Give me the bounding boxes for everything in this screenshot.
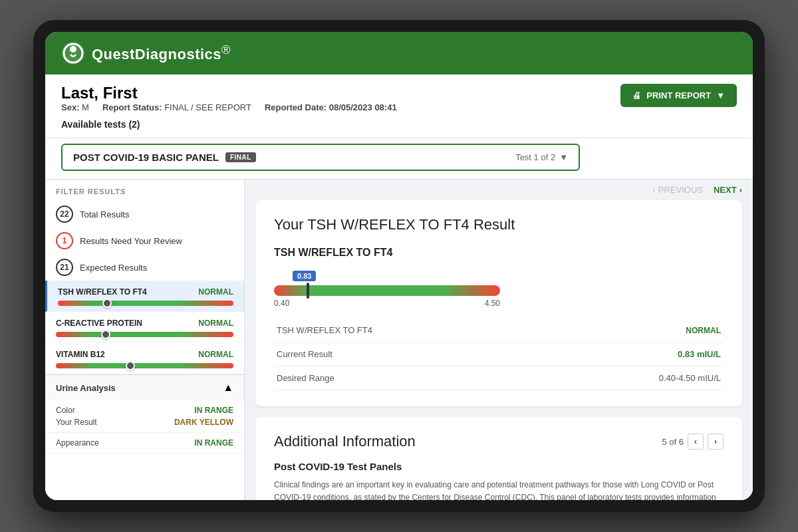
filter-expected[interactable]: 21 Expected Results — [45, 254, 244, 281]
vitb12-name: VITAMIN B12 — [56, 350, 105, 359]
quest-logo-icon — [61, 41, 85, 65]
prev-page-button[interactable]: ‹ — [688, 434, 704, 450]
tsh-slider-dot — [102, 299, 112, 308]
section-title: Post COVID-19 Test Panels — [274, 461, 724, 472]
next-button[interactable]: NEXT › — [714, 185, 742, 195]
svg-point-0 — [62, 42, 84, 65]
test-item-crp[interactable]: C-REACTIVE PROTEIN NORMAL — [45, 312, 244, 343]
chevron-right-icon: › — [739, 185, 742, 195]
panel-selector: POST COVID-19 BASIC PANEL FINAL Test 1 o… — [45, 138, 753, 180]
patient-info: Last, First Sex: M Report Status: FINAL … — [61, 84, 397, 130]
result-status: NORMAL — [686, 326, 721, 335]
panel-dropdown[interactable]: POST COVID-19 BASIC PANEL FINAL Test 1 o… — [61, 144, 580, 171]
report-date: Reported Date: 08/05/2023 08:41 — [265, 102, 397, 112]
vitb12-status: NORMAL — [198, 350, 233, 359]
chevron-left-icon: ‹ — [652, 185, 655, 195]
vitb12-slider-dot — [126, 361, 135, 370]
current-result-value: 0.83 mIU/L — [678, 349, 721, 359]
crp-slider-dot — [101, 330, 110, 339]
logo-text: QuestDiagnostics® — [92, 43, 231, 63]
review-label: Results Need Your Review — [80, 236, 182, 246]
crp-name: C-REACTIVE PROTEIN — [56, 319, 142, 328]
chevron-up-icon: ▲ — [223, 382, 233, 394]
desired-range-row: Desired Range 0.40-4.50 mIU/L — [274, 366, 724, 390]
result-test-name: TSH W/REFLEX TO FT4 — [274, 247, 724, 259]
range-labels: 0.40 4.50 — [274, 299, 500, 308]
content-area: Last, First Sex: M Report Status: FINAL … — [45, 74, 753, 500]
section-description: Clinical findings are an important key i… — [274, 479, 724, 500]
tsh-slider-track — [58, 301, 233, 306]
filter-total[interactable]: 22 Total Results — [45, 201, 244, 227]
range-low: 0.40 — [274, 299, 289, 308]
current-result-row: Current Result 0.83 mIU/L — [274, 342, 724, 366]
urine-appearance-item: Appearance IN RANGE — [45, 433, 244, 454]
appearance-value: IN RANGE — [194, 438, 233, 448]
svg-point-2 — [70, 46, 76, 53]
screen: QuestDiagnostics® Last, First Sex: M Rep… — [45, 32, 753, 500]
result-name-row: TSH W/REFLEX TO FT4 NORMAL — [274, 319, 724, 342]
expected-label: Expected Results — [80, 263, 147, 273]
main-layout: FILTER RESULTS 22 Total Results 1 Result… — [45, 180, 753, 500]
app-header: QuestDiagnostics® — [45, 32, 753, 74]
filter-review[interactable]: 1 Results Need Your Review — [45, 227, 244, 254]
final-badge: FINAL — [225, 152, 256, 162]
desired-range-value: 0.40-4.50 mIU/L — [659, 373, 721, 383]
color-value: IN RANGE — [194, 406, 233, 415]
review-badge: 1 — [56, 232, 73, 249]
appearance-label: Appearance — [56, 438, 99, 448]
current-result-label: Current Result — [274, 342, 544, 366]
range-container: 0.83 0.40 4.50 — [274, 269, 724, 308]
vitb12-slider-track — [56, 363, 233, 368]
result-card: Your TSH W/REFLEX TO FT4 Result TSH W/RE… — [255, 200, 742, 406]
value-label: 0.83 — [293, 271, 316, 281]
tsh-name: TSH W/REFLEX TO FT4 — [58, 287, 147, 297]
test-item-vitb12[interactable]: VITAMIN B12 NORMAL — [45, 343, 244, 374]
your-result-label: Your Result — [56, 418, 97, 427]
range-high: 4.50 — [485, 299, 500, 308]
range-bar — [274, 285, 500, 296]
additional-info-card: Additional Information 5 of 6 ‹ › Post C… — [255, 417, 742, 500]
expected-badge: 21 — [56, 259, 73, 276]
urine-color-item: Color IN RANGE Your Result DARK YELLOW — [45, 400, 244, 433]
chevron-down-icon: ▼ — [559, 152, 568, 162]
sidebar: FILTER RESULTS 22 Total Results 1 Result… — [45, 180, 245, 500]
previous-button[interactable]: ‹ PREVIOUS — [652, 185, 703, 195]
pagination: 5 of 6 ‹ › — [662, 434, 724, 450]
info-card-header: Additional Information 5 of 6 ‹ › — [274, 433, 724, 450]
nav-bar: ‹ PREVIOUS NEXT › — [245, 180, 753, 200]
result-table: TSH W/REFLEX TO FT4 NORMAL Current Resul… — [274, 319, 724, 390]
test-count: Test 1 of 2 ▼ — [515, 152, 568, 162]
your-result-value: DARK YELLOW — [174, 418, 233, 427]
device-frame: QuestDiagnostics® Last, First Sex: M Rep… — [33, 20, 765, 512]
test-item-tsh[interactable]: TSH W/REFLEX TO FT4 NORMAL — [45, 281, 244, 312]
report-status: Report Status: FINAL / SEE REPORT — [102, 102, 251, 112]
printer-icon: 🖨 — [632, 90, 641, 100]
main-content: ‹ PREVIOUS NEXT › Your TSH W/REFLEX TO F… — [245, 180, 753, 500]
desired-range-label: Desired Range — [274, 366, 544, 390]
available-tests: Available tests (2) — [61, 119, 397, 130]
range-marker — [307, 283, 309, 299]
total-label: Total Results — [80, 209, 129, 219]
tsh-status: NORMAL — [198, 287, 233, 297]
urine-title: Urine Analysis — [56, 383, 116, 393]
patient-bar: Last, First Sex: M Report Status: FINAL … — [45, 74, 753, 138]
additional-title: Additional Information — [274, 433, 416, 450]
urine-section-header[interactable]: Urine Analysis ▲ — [45, 374, 244, 400]
total-badge: 22 — [56, 205, 73, 223]
result-test-label: TSH W/REFLEX TO FT4 — [274, 319, 544, 342]
panel-name: POST COVID-19 BASIC PANEL FINAL — [73, 152, 256, 163]
pagination-count: 5 of 6 — [662, 437, 684, 447]
result-title: Your TSH W/REFLEX TO FT4 Result — [274, 216, 724, 233]
filter-header: FILTER RESULTS — [45, 180, 244, 201]
patient-name: Last, First — [61, 84, 397, 102]
chevron-down-icon: ▼ — [716, 90, 725, 100]
patient-meta: Sex: M Report Status: FINAL / SEE REPORT… — [61, 102, 397, 112]
patient-sex: Sex: M — [61, 102, 89, 112]
crp-slider-track — [56, 332, 233, 337]
logo: QuestDiagnostics® — [61, 41, 231, 65]
next-page-button[interactable]: › — [708, 434, 724, 450]
print-report-button[interactable]: 🖨 PRINT REPORT ▼ — [620, 84, 737, 107]
color-label: Color — [56, 406, 75, 415]
crp-status: NORMAL — [198, 319, 233, 328]
